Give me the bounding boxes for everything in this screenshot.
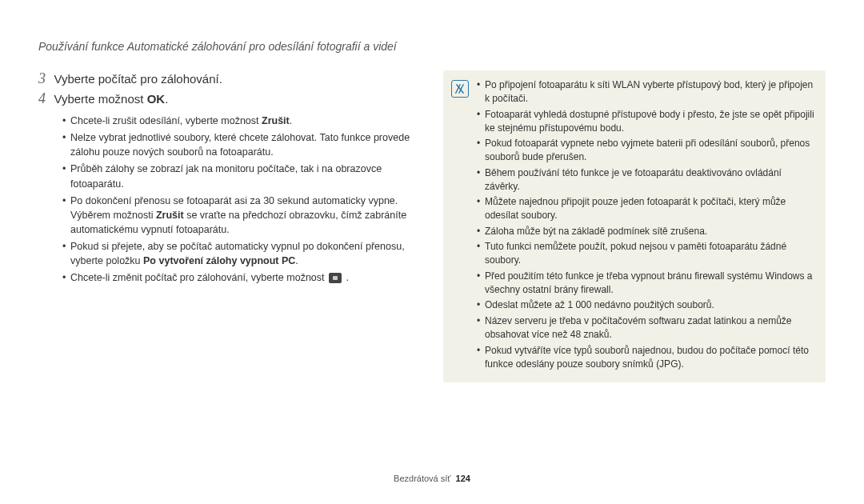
- b: Zrušit: [262, 115, 290, 126]
- note-list: Po připojení fotoaparátu k síti WLAN vyb…: [477, 78, 814, 373]
- note-item: Záloha může být na základě podmínek sítě…: [477, 225, 814, 238]
- right-column: Po připojení fotoaparátu k síti WLAN vyb…: [443, 70, 826, 382]
- footer-label: Bezdrátová síť: [394, 474, 450, 483]
- note-item: Pokud fotoaparát vypnete nebo vyjmete ba…: [477, 137, 814, 164]
- text-bold: OK: [147, 92, 166, 106]
- page-header: Používání funkce Automatické zálohování …: [38, 40, 826, 53]
- list-item: Chcete-li změnit počítač pro zálohování,…: [62, 270, 421, 285]
- t: Chcete-li zrušit odesílání, vyberte možn…: [70, 115, 262, 126]
- step-text: Vyberte počítač pro zálohování.: [54, 72, 222, 86]
- list-item: Po dokončení přenosu se fotoaparát asi z…: [62, 194, 421, 237]
- text-pre: Vyberte možnost: [54, 92, 146, 106]
- page-number: 124: [456, 474, 470, 483]
- list-item: Průběh zálohy se zobrazí jak na monitoru…: [62, 162, 421, 190]
- note-item: Pokud vytváříte více typů souborů najedn…: [477, 344, 814, 371]
- left-column: 3 Vyberte počítač pro zálohování. 4 Vybe…: [38, 70, 421, 382]
- note-item: Po připojení fotoaparátu k síti WLAN vyb…: [477, 78, 814, 106]
- b: Zrušit: [156, 210, 184, 221]
- note-item: Můžete najednou připojit pouze jeden fot…: [477, 195, 814, 222]
- note-item: Odeslat můžete až 1 000 nedávno použitýc…: [477, 298, 814, 312]
- step-number: 4: [38, 90, 46, 106]
- note-box: Po připojení fotoaparátu k síti WLAN vyb…: [443, 70, 826, 382]
- computer-icon: [329, 273, 342, 283]
- step-4: 4 Vyberte možnost OK.: [38, 90, 421, 107]
- step-3: 3 Vyberte počítač pro zálohování.: [38, 70, 421, 87]
- note-item: Před použitím této funkce je třeba vypno…: [477, 270, 814, 297]
- note-item: Tuto funkci nemůžete použít, pokud nejso…: [477, 240, 814, 267]
- t: Chcete-li změnit počítač pro zálohování,…: [70, 272, 327, 283]
- t: .: [295, 255, 298, 266]
- text-post: .: [165, 92, 168, 106]
- b: Po vytvoření zálohy vypnout PC: [143, 255, 295, 266]
- note-item: Během používání této funkce je ve fotoap…: [477, 166, 814, 194]
- step-number: 3: [38, 70, 46, 86]
- sub-bullet-list: Chcete-li zrušit odesílání, vyberte možn…: [38, 114, 421, 285]
- note-icon: [451, 80, 469, 98]
- list-item: Pokud si přejete, aby se počítač automat…: [62, 239, 421, 268]
- page-footer: Bezdrátová síť 124: [0, 474, 864, 483]
- list-item: Chcete-li zrušit odesílání, vyberte možn…: [62, 114, 421, 128]
- t: .: [343, 272, 349, 283]
- t: .: [290, 115, 292, 126]
- note-item: Název serveru je třeba v počítačovém sof…: [477, 314, 814, 342]
- note-item: Fotoaparát vyhledá dostupné přístupové b…: [477, 108, 814, 135]
- list-item: Nelze vybrat jednotlivé soubory, které c…: [62, 130, 421, 159]
- step-text: Vyberte možnost OK.: [54, 92, 168, 106]
